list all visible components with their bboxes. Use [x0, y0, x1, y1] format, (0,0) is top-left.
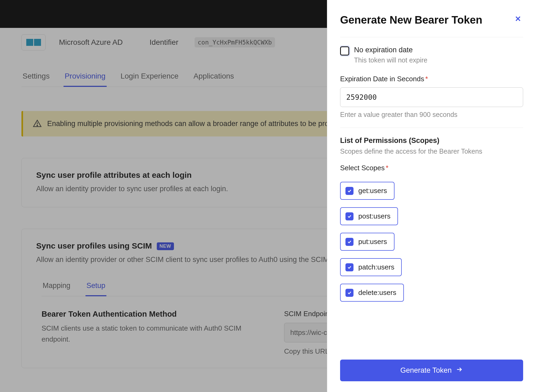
- checkbox-checked-icon: [345, 263, 353, 271]
- scopes-label: Select Scopes*: [340, 164, 388, 172]
- expiration-label: Expiration Date in Seconds*: [340, 75, 428, 83]
- checkbox-checked-icon: [345, 212, 353, 220]
- scope-get-users[interactable]: get:users: [340, 182, 394, 200]
- no-expiration-checkbox[interactable]: [340, 46, 349, 56]
- generate-token-button[interactable]: Generate Token: [340, 360, 523, 381]
- expiration-help: Enter a value greater than 900 seconds: [340, 111, 523, 119]
- scopes-list: get:users post:users put:users patch:use…: [340, 182, 523, 302]
- scope-put-users[interactable]: put:users: [340, 233, 394, 251]
- checkbox-checked-icon: [345, 289, 353, 297]
- no-expiration-label: No expiration date: [354, 46, 427, 54]
- close-icon[interactable]: ✕: [513, 13, 523, 24]
- permissions-desc: Scopes define the access for the Bearer …: [340, 147, 523, 155]
- drawer-title: Generate New Bearer Token: [340, 13, 482, 26]
- no-expiration-help: This token will not expire: [354, 56, 427, 64]
- generate-token-drawer: Generate New Bearer Token ✕ No expiratio…: [327, 0, 536, 392]
- permissions-heading: List of Permissions (Scopes): [340, 136, 523, 145]
- scope-post-users[interactable]: post:users: [340, 207, 398, 225]
- checkbox-checked-icon: [345, 187, 353, 195]
- expiration-input[interactable]: [340, 87, 523, 107]
- scope-patch-users[interactable]: patch:users: [340, 258, 402, 276]
- arrow-right-icon: [456, 366, 463, 375]
- checkbox-checked-icon: [345, 238, 353, 246]
- scope-delete-users[interactable]: delete:users: [340, 284, 404, 302]
